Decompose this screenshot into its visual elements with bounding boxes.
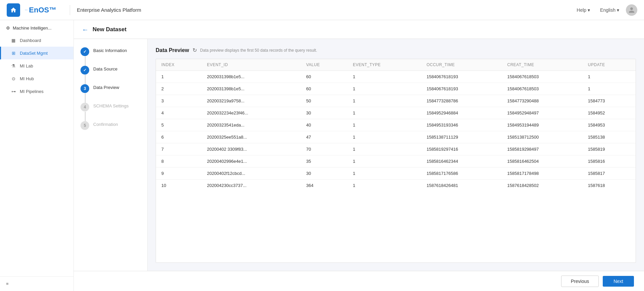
table-cell: 20200402 3309f83... bbox=[202, 143, 301, 155]
logo-area: ··· EnOS™ bbox=[25, 6, 56, 14]
table-cell: 1 bbox=[347, 83, 421, 95]
step-5: 5 Confirmation bbox=[80, 121, 141, 130]
table-cell: 1587618 bbox=[583, 180, 636, 192]
table-cell: 1 bbox=[347, 95, 421, 107]
table-cell: 1585138711129 bbox=[421, 131, 502, 143]
page-header: ← New Dataset bbox=[74, 20, 644, 39]
header-divider bbox=[70, 5, 70, 15]
table-cell: 6 bbox=[156, 131, 202, 143]
step-4: 4 SCHEMA Settings bbox=[80, 102, 141, 111]
sidebar-section[interactable]: ⚙ Machine Intelligen... bbox=[0, 20, 73, 34]
table-cell: 1587618428502 bbox=[502, 180, 583, 192]
table-cell: 1585817176586 bbox=[421, 167, 502, 180]
logo-dots: ··· bbox=[25, 8, 28, 12]
logo-text: EnOS™ bbox=[29, 6, 56, 14]
table-row: 920200402f12cbcd...301158581717658615858… bbox=[156, 167, 636, 180]
table-cell: 1 bbox=[347, 143, 421, 155]
header-right: Help ▾ English ▾ bbox=[573, 4, 637, 16]
col-update: UPDATE bbox=[583, 59, 636, 71]
table-cell: 1 bbox=[347, 71, 421, 83]
table-cell: 1584067618193 bbox=[421, 71, 502, 83]
table-cell: 10 bbox=[156, 180, 202, 192]
table-cell: 1585816462344 bbox=[421, 155, 502, 167]
table-cell: 1 bbox=[347, 131, 421, 143]
menu-icon: ≡ bbox=[6, 281, 9, 286]
preview-header: Data Preview ↻ Data preview displays the… bbox=[156, 47, 636, 53]
table-cell: 1585819297416 bbox=[421, 143, 502, 155]
sidebar-item-mi-hub[interactable]: ⊙ MI Hub bbox=[0, 72, 73, 85]
step-2-circle: ✓ bbox=[80, 66, 89, 75]
table-cell: 1584952946884 bbox=[421, 107, 502, 119]
sidebar-gear-icon: ⚙ bbox=[6, 26, 10, 31]
table-cell: 9 bbox=[156, 167, 202, 180]
table-row: 820200402996e4e1...351158581646234415858… bbox=[156, 155, 636, 167]
col-value: VALUE bbox=[301, 59, 347, 71]
home-button[interactable] bbox=[7, 3, 20, 17]
table-cell: 364 bbox=[301, 180, 347, 192]
page-body: ✓ Basic Information ✓ Data Source 3 Data… bbox=[74, 39, 644, 271]
table-cell: 30 bbox=[301, 107, 347, 119]
back-button[interactable]: ← bbox=[82, 26, 89, 33]
preview-area: Data Preview ↻ Data preview displays the… bbox=[148, 39, 644, 271]
table-cell: 2 bbox=[156, 83, 202, 95]
step-1-label: Basic Information bbox=[93, 47, 127, 53]
table-cell: 30 bbox=[301, 167, 347, 180]
sidebar-item-mi-pipelines[interactable]: ⊶ MI Pipelines bbox=[0, 85, 73, 98]
table-cell: 7 bbox=[156, 143, 202, 155]
table-cell: 47 bbox=[301, 131, 347, 143]
table-cell: 202004230cc3737... bbox=[202, 180, 301, 192]
sidebar-item-dataset-mgmt[interactable]: ⊞ DataSet Mgmt bbox=[0, 47, 73, 59]
step-1-circle: ✓ bbox=[80, 47, 89, 56]
sidebar-item-dashboard[interactable]: ▦ Dashboard bbox=[0, 34, 73, 47]
table-cell: 1585819 bbox=[583, 143, 636, 155]
steps-panel: ✓ Basic Information ✓ Data Source 3 Data… bbox=[74, 39, 148, 271]
table-row: 12020031398b1e5...6011584067618193158406… bbox=[156, 71, 636, 83]
step-3-circle: 3 bbox=[80, 84, 89, 93]
table-cell: 60 bbox=[301, 83, 347, 95]
avatar[interactable] bbox=[626, 4, 637, 16]
step-4-label: SCHEMA Settings bbox=[93, 102, 129, 108]
help-button[interactable]: Help ▾ bbox=[573, 5, 593, 15]
table-cell: 1585819298497 bbox=[502, 143, 583, 155]
previous-button[interactable]: Previous bbox=[561, 276, 599, 287]
table-cell: 2020031398b1e5... bbox=[202, 71, 301, 83]
col-occur-time: OCCUR_TIME bbox=[421, 59, 502, 71]
table-cell: 1584952948497 bbox=[502, 107, 583, 119]
table-cell: 1584773290488 bbox=[502, 95, 583, 107]
top-header: ··· EnOS™ Enterprise Analytics Platform … bbox=[0, 0, 644, 20]
preview-description: Data preview displays the first 50 data … bbox=[200, 48, 317, 53]
step-5-circle: 5 bbox=[80, 121, 89, 130]
table-cell: 1584067618503 bbox=[502, 83, 583, 95]
footer-bar: Previous Next bbox=[74, 271, 644, 291]
table-cell: 8 bbox=[156, 155, 202, 167]
data-table-wrapper[interactable]: index EVENT_ID VALUE EVENT_TYPE OCCUR_TI… bbox=[156, 59, 636, 263]
table-row: 620200325ee551a8...471158513871112915851… bbox=[156, 131, 636, 143]
table-row: 22020031398b1e5...6011584067618193158406… bbox=[156, 83, 636, 95]
table-cell: 1585816 bbox=[583, 155, 636, 167]
table-cell: 1584773288786 bbox=[421, 95, 502, 107]
col-index: index bbox=[156, 59, 202, 71]
sidebar-collapse-button[interactable]: ≡ bbox=[0, 276, 73, 291]
table-cell: 35 bbox=[301, 155, 347, 167]
table-cell: 202003219a9758... bbox=[202, 95, 301, 107]
refresh-icon[interactable]: ↻ bbox=[193, 47, 197, 53]
table-cell: 1 bbox=[156, 71, 202, 83]
dataset-icon: ⊞ bbox=[10, 50, 16, 56]
table-cell: 1584953193346 bbox=[421, 119, 502, 131]
table-body: 12020031398b1e5...6011584067618193158406… bbox=[156, 71, 636, 192]
data-table: index EVENT_ID VALUE EVENT_TYPE OCCUR_TI… bbox=[156, 59, 636, 191]
step-1: ✓ Basic Information bbox=[80, 47, 141, 56]
step-5-label: Confirmation bbox=[93, 121, 118, 127]
table-cell: 2020031398b1e5... bbox=[202, 83, 301, 95]
lab-icon: ⚗ bbox=[10, 63, 16, 69]
sidebar-item-mi-lab[interactable]: ⚗ MI Lab bbox=[0, 59, 73, 72]
language-button[interactable]: English ▾ bbox=[597, 5, 623, 15]
next-button[interactable]: Next bbox=[603, 276, 634, 287]
table-cell: 20200325ee551a8... bbox=[202, 131, 301, 143]
table-cell: 3 bbox=[156, 95, 202, 107]
table-cell: 1585138 bbox=[583, 131, 636, 143]
table-cell: 1584952 bbox=[583, 107, 636, 119]
table-row: 3202003219a9758...5011584773288786158477… bbox=[156, 95, 636, 107]
table-cell: 60 bbox=[301, 71, 347, 83]
table-cell: 20200323541eda... bbox=[202, 119, 301, 131]
